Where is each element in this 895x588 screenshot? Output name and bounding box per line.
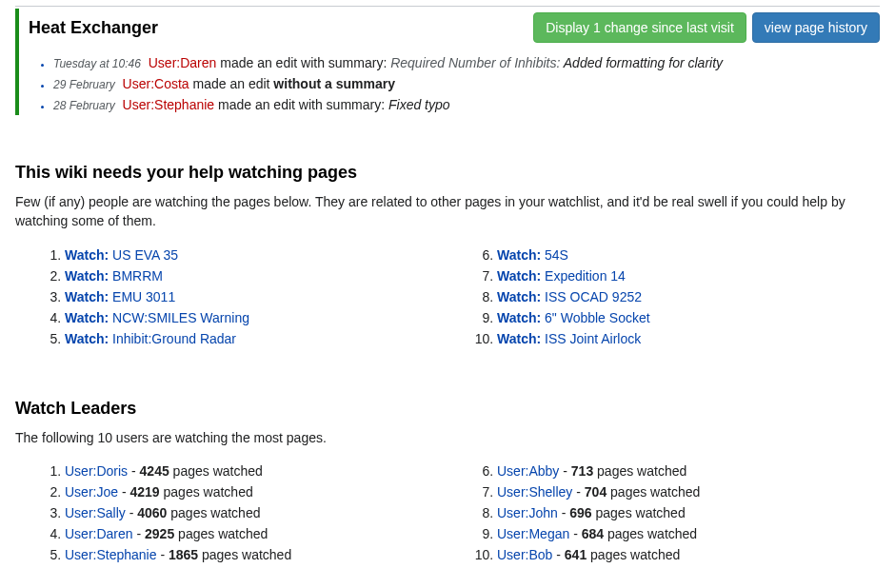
leader-item: User:Doris - 4245 pages watched	[65, 461, 448, 481]
user-link[interactable]: User:Abby	[497, 463, 559, 479]
watch-item: Watch: BMRRM	[65, 265, 448, 286]
leader-count: 1865	[169, 547, 198, 562]
user-link[interactable]: User:Shelley	[497, 484, 572, 500]
leader-item: User:John - 696 pages watched	[497, 502, 880, 523]
user-link[interactable]: User:Doris	[65, 463, 128, 479]
user-link[interactable]: User:Costa	[123, 76, 189, 91]
page-link[interactable]: Inhibit:Ground Radar	[112, 331, 236, 346]
watch-item: Watch: ISS Joint Airlock	[497, 328, 880, 349]
leader-count: 696	[569, 505, 591, 520]
leader-suffix: pages watched	[587, 547, 680, 562]
leader-suffix: pages watched	[169, 463, 263, 479]
edit-text: made an edit with summary:	[214, 97, 388, 112]
summary-text: Added formatting for clarity	[564, 55, 723, 70]
edit-text: made an edit with summary:	[216, 55, 390, 70]
leader-suffix: pages watched	[174, 526, 268, 541]
user-link[interactable]: User:Bob	[497, 547, 552, 562]
leader-suffix: pages watched	[593, 463, 686, 479]
watch-item: Watch: EMU 3011	[65, 286, 448, 307]
leader-count: 4219	[129, 484, 159, 500]
watch-action[interactable]: Watch:	[65, 247, 109, 263]
page-link[interactable]: US EVA 35	[112, 247, 178, 263]
watch-item: Watch: Inhibit:Ground Radar	[65, 328, 448, 349]
summary-prefix: Required Number of Inhibits:	[390, 55, 564, 70]
leader-item: User:Sally - 4060 pages watched	[65, 502, 448, 523]
leader-count: 684	[582, 526, 604, 541]
page-link[interactable]: NCW:SMILES Warning	[112, 310, 249, 325]
watch-action[interactable]: Watch:	[65, 310, 109, 325]
watch-item: Watch: 6" Wobble Socket	[497, 307, 880, 328]
leader-count: 2925	[145, 526, 174, 541]
watch-item: Watch: ISS OCAD 9252	[497, 286, 880, 307]
watch-action[interactable]: Watch:	[497, 289, 541, 304]
leader-suffix: pages watched	[167, 505, 260, 520]
leaders-list-left: User:Doris - 4245 pages watched User:Joe…	[15, 461, 448, 565]
watch-suggestions: Watch: US EVA 35 Watch: BMRRM Watch: EMU…	[15, 245, 880, 349]
user-link[interactable]: User:Stephanie	[123, 97, 215, 112]
watch-item: Watch: US EVA 35	[65, 245, 448, 265]
watch-action[interactable]: Watch:	[65, 331, 109, 346]
leaders-lists: User:Doris - 4245 pages watched User:Joe…	[15, 461, 880, 565]
watch-item: Watch: NCW:SMILES Warning	[65, 307, 448, 328]
page-link[interactable]: Expedition 14	[545, 268, 626, 284]
leader-suffix: pages watched	[160, 484, 253, 500]
leader-suffix: pages watched	[604, 526, 697, 541]
edit-item: 28 February User:Stephanie made an edit …	[53, 94, 880, 115]
user-link[interactable]: User:Daren	[149, 55, 217, 70]
summary-text: Fixed typo	[388, 97, 450, 112]
edit-text: made an edit	[189, 76, 274, 91]
edit-timestamp: 29 February	[53, 78, 115, 91]
display-changes-button[interactable]: Display 1 change since last visit	[533, 12, 746, 43]
page-link[interactable]: EMU 3011	[112, 289, 175, 304]
watch-action[interactable]: Watch:	[65, 268, 109, 284]
watch-action[interactable]: Watch:	[497, 331, 541, 346]
leaders-heading: Watch Leaders	[15, 399, 880, 419]
leader-item: User:Joe - 4219 pages watched	[65, 481, 448, 502]
leader-count: 713	[571, 463, 593, 479]
leaders-lead: The following 10 users are watching the …	[15, 428, 880, 447]
user-link[interactable]: User:Joe	[65, 484, 118, 500]
leader-count: 641	[565, 547, 587, 562]
watch-action[interactable]: Watch:	[65, 289, 109, 304]
page-link[interactable]: ISS OCAD 9252	[545, 289, 642, 304]
help-lead: Few (if any) people are watching the pag…	[15, 192, 880, 231]
edit-timestamp: Tuesday at 10:46	[53, 57, 141, 70]
leader-count: 4060	[137, 505, 167, 520]
page-link[interactable]: 6" Wobble Socket	[545, 310, 650, 325]
edit-item: 29 February User:Costa made an edit with…	[53, 73, 880, 94]
edit-timestamp: 28 February	[53, 99, 115, 112]
user-link[interactable]: User:Daren	[65, 526, 133, 541]
leader-suffix: pages watched	[198, 547, 291, 562]
leader-item: User:Shelley - 704 pages watched	[497, 481, 880, 502]
article-title: Heat Exchanger	[29, 18, 158, 38]
leader-item: User:Stephanie - 1865 pages watched	[65, 544, 448, 565]
page-link[interactable]: ISS Joint Airlock	[545, 331, 641, 346]
help-heading: This wiki needs your help watching pages	[15, 163, 880, 183]
top-divider	[15, 6, 880, 7]
leader-count: 4245	[140, 463, 169, 479]
edit-item: Tuesday at 10:46 User:Daren made an edit…	[53, 52, 880, 73]
watch-action[interactable]: Watch:	[497, 268, 541, 284]
user-link[interactable]: User:Sally	[65, 505, 126, 520]
watch-list-right: Watch: 54S Watch: Expedition 14 Watch: I…	[448, 245, 880, 349]
leader-item: User:Abby - 713 pages watched	[497, 461, 880, 481]
leader-suffix: pages watched	[592, 505, 686, 520]
leader-item: User:Daren - 2925 pages watched	[65, 523, 448, 544]
no-summary-flag: without a summary	[273, 76, 395, 91]
page-link[interactable]: 54S	[545, 247, 568, 263]
leader-count: 704	[585, 484, 607, 500]
edit-list: Tuesday at 10:46 User:Daren made an edit…	[29, 52, 880, 115]
user-link[interactable]: User:Megan	[497, 526, 569, 541]
view-history-button[interactable]: view page history	[752, 12, 880, 43]
page-link[interactable]: BMRRM	[112, 268, 163, 284]
leaders-list-right: User:Abby - 713 pages watched User:Shell…	[448, 461, 880, 565]
watch-action[interactable]: Watch:	[497, 247, 541, 263]
user-link[interactable]: User:John	[497, 505, 558, 520]
article-buttons: Display 1 change since last visit view p…	[533, 12, 880, 43]
user-link[interactable]: User:Stephanie	[65, 547, 157, 562]
watch-item: Watch: 54S	[497, 245, 880, 265]
leader-item: User:Megan - 684 pages watched	[497, 523, 880, 544]
watch-item: Watch: Expedition 14	[497, 265, 880, 286]
leader-suffix: pages watched	[607, 484, 700, 500]
watch-action[interactable]: Watch:	[497, 310, 541, 325]
